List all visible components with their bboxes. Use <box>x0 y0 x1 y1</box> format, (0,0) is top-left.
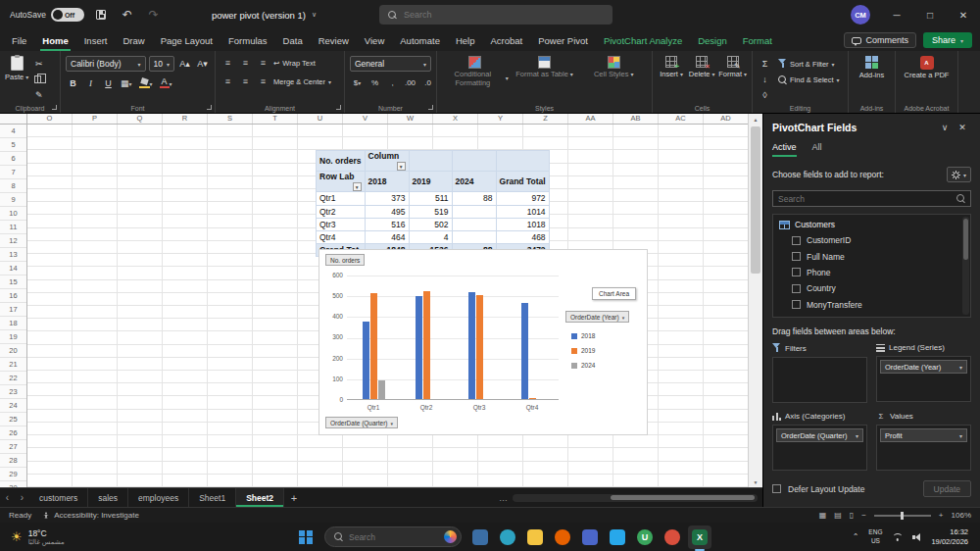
horizontal-scrollbar[interactable]: … <box>499 488 762 507</box>
field-item-customerid[interactable]: CustomerID <box>779 232 960 248</box>
chart-axis-field-button[interactable]: OrderDate (Quarter) <box>325 417 398 428</box>
column-header-aa[interactable]: AA <box>568 114 613 124</box>
document-title[interactable]: power pivot (version 1) ∨ <box>212 10 317 21</box>
font-color-button[interactable]: A <box>158 75 174 90</box>
row-header-16[interactable]: 16 <box>0 289 26 303</box>
column-header-w[interactable]: W <box>388 114 433 124</box>
bar-2018-qtr1[interactable] <box>363 322 369 399</box>
font-size-select[interactable]: 10 <box>149 56 175 72</box>
ribbon-tab-review[interactable]: Review <box>311 29 357 51</box>
addins-button[interactable]: Add-ins <box>854 56 890 79</box>
dialog-launcher-icon[interactable] <box>207 105 212 110</box>
row-header-5[interactable]: 5 <box>0 138 26 152</box>
field-item-full-name[interactable]: Full Name <box>779 248 960 264</box>
row-header-28[interactable]: 28 <box>0 454 26 468</box>
filter-dropdown-icon[interactable]: ▾ <box>397 162 406 171</box>
clock[interactable]: 16:32 19/02/2026 <box>931 527 968 547</box>
align-bottom-button[interactable]: ≡ <box>256 56 270 71</box>
horizontal-scroll-thumb[interactable] <box>611 495 755 500</box>
area-box-axis-categories[interactable]: OrderDate (Quarter) <box>772 425 867 471</box>
ribbon-tab-power-pivot[interactable]: Power Pivot <box>530 29 596 51</box>
ribbon-tab-data[interactable]: Data <box>275 29 311 51</box>
taskbar-search-box[interactable] <box>324 526 462 547</box>
column-header-r[interactable]: R <box>163 114 208 124</box>
column-header-v[interactable]: V <box>343 114 388 124</box>
column-header-z[interactable]: Z <box>523 114 568 124</box>
field-chip-profit[interactable]: Profit <box>880 428 967 442</box>
chart-plot-area[interactable] <box>347 276 559 400</box>
row-header-25[interactable]: 25 <box>0 413 26 426</box>
file-explorer-icon[interactable] <box>523 526 547 549</box>
area-box-values[interactable]: Profit <box>876 425 971 471</box>
column-header-q[interactable]: Q <box>118 114 163 124</box>
column-header-y[interactable]: Y <box>478 114 523 124</box>
comments-button[interactable]: Comments <box>844 32 916 48</box>
task-view-icon[interactable] <box>468 526 492 549</box>
field-item-country[interactable]: Country <box>779 280 960 296</box>
cut-button[interactable]: ✂ <box>31 56 46 71</box>
autosave-control[interactable]: AutoSave Off <box>10 8 84 22</box>
field-item-email[interactable]: Email <box>779 313 960 318</box>
column-header-u[interactable]: U <box>298 114 343 124</box>
ribbon-conditional-formatting-button[interactable]: Conditional Formatting <box>442 56 509 87</box>
wrap-text-button[interactable]: ↩Wrap Text <box>273 59 316 68</box>
underline-button[interactable]: U <box>101 75 116 90</box>
page-layout-view-icon[interactable]: ▤ <box>834 511 842 520</box>
defer-layout-checkbox[interactable] <box>772 484 781 493</box>
undo-button[interactable]: ↶ <box>118 5 137 25</box>
zoom-in-icon[interactable]: + <box>939 511 944 520</box>
autosave-toggle[interactable]: Off <box>51 8 84 22</box>
row-header-19[interactable]: 19 <box>0 330 26 344</box>
wifi-icon[interactable] <box>892 533 903 541</box>
firefox-icon[interactable] <box>551 526 574 549</box>
ribbon-format-button[interactable]: ✎Format <box>718 56 747 78</box>
bar-2019-qtr1[interactable] <box>370 293 377 399</box>
zoom-out-icon[interactable]: − <box>861 511 866 520</box>
sheet-tab-employees[interactable]: employees <box>128 488 189 507</box>
clear-button[interactable]: ◊ <box>758 87 772 102</box>
panel-chevron-down-icon[interactable]: ∨ <box>936 123 954 132</box>
ribbon-tab-format[interactable]: Format <box>735 29 780 51</box>
close-button[interactable]: ✕ <box>947 0 980 29</box>
sheet-tab-sheet1[interactable]: Sheet1 <box>189 488 236 507</box>
row-header-9[interactable]: 9 <box>0 193 26 207</box>
row-header-21[interactable]: 21 <box>0 358 26 372</box>
sheet-tab-sheet2[interactable]: Sheet2 <box>236 488 284 507</box>
select-all-corner[interactable] <box>0 114 27 125</box>
scroll-up-icon[interactable]: ▲ <box>749 114 762 125</box>
align-middle-button[interactable]: ≡ <box>238 56 253 71</box>
field-table-customers[interactable]: Customers <box>779 219 960 232</box>
row-header-22[interactable]: 22 <box>0 372 26 385</box>
dialog-launcher-icon[interactable] <box>428 105 433 110</box>
format-painter-button[interactable]: ✎ <box>31 87 46 102</box>
paste-button[interactable]: Paste <box>5 56 28 81</box>
row-header-13[interactable]: 13 <box>0 248 26 262</box>
column-header-ab[interactable]: AB <box>613 114 659 124</box>
grow-font-button[interactable]: A▴ <box>177 57 192 72</box>
zoom-slider-thumb[interactable] <box>901 512 904 520</box>
vertical-scroll-thumb[interactable] <box>751 126 760 274</box>
field-list-scrollbar[interactable] <box>962 217 969 315</box>
prev-sheet-icon[interactable]: ‹ <box>0 488 15 507</box>
font-name-select[interactable]: Calibri (Body) <box>66 56 146 72</box>
outlook-icon[interactable] <box>606 526 629 549</box>
show-hidden-icons-button[interactable]: ⌃ <box>853 532 859 541</box>
ribbon-tab-design[interactable]: Design <box>690 29 735 51</box>
accounting-format-button[interactable]: $ <box>350 75 365 90</box>
bar-2018-qtr4[interactable] <box>521 303 528 399</box>
taskbar-search-input[interactable] <box>349 532 438 542</box>
ribbon-tab-file[interactable]: File <box>4 29 34 51</box>
ubuntu-icon[interactable]: U <box>633 526 657 549</box>
row-header-17[interactable]: 17 <box>0 303 26 317</box>
number-format-select[interactable]: General <box>350 56 431 72</box>
filter-dropdown-icon[interactable]: ▾ <box>353 182 362 191</box>
field-item-phone[interactable]: Phone <box>779 265 960 280</box>
field-chip-orderdate-year[interactable]: OrderDate (Year) <box>880 360 967 374</box>
ribbon-tab-automate[interactable]: Automate <box>392 29 448 51</box>
align-right-button[interactable]: ≡ <box>256 75 270 89</box>
teams-icon[interactable] <box>578 526 602 549</box>
bar-2019-qtr4[interactable] <box>529 398 536 399</box>
ribbon-delete-button[interactable]: ×Delete <box>688 56 715 78</box>
start-button[interactable] <box>294 526 318 549</box>
ribbon-tab-home[interactable]: Home <box>34 29 75 51</box>
